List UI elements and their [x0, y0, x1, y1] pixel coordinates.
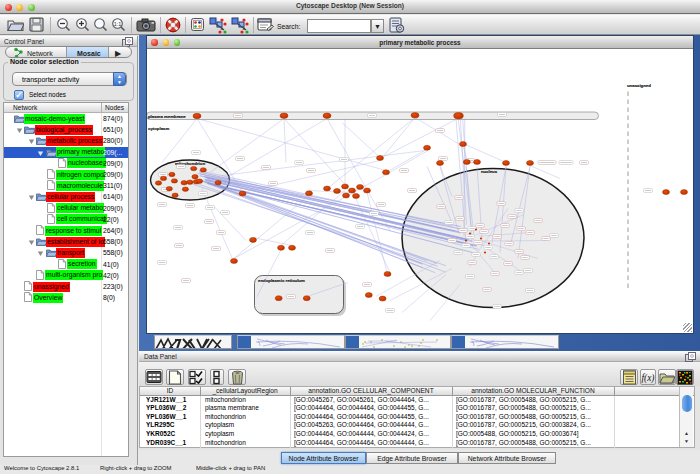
svg-text:plasma membrane: plasma membrane: [148, 114, 186, 119]
svg-text:f(x): f(x): [642, 372, 655, 383]
svg-text:unassigned: unassigned: [627, 83, 651, 88]
svg-text:1:1: 1:1: [114, 21, 122, 27]
svg-text:nucleus: nucleus: [481, 169, 498, 174]
svg-text:cytoplasm: cytoplasm: [148, 126, 169, 131]
